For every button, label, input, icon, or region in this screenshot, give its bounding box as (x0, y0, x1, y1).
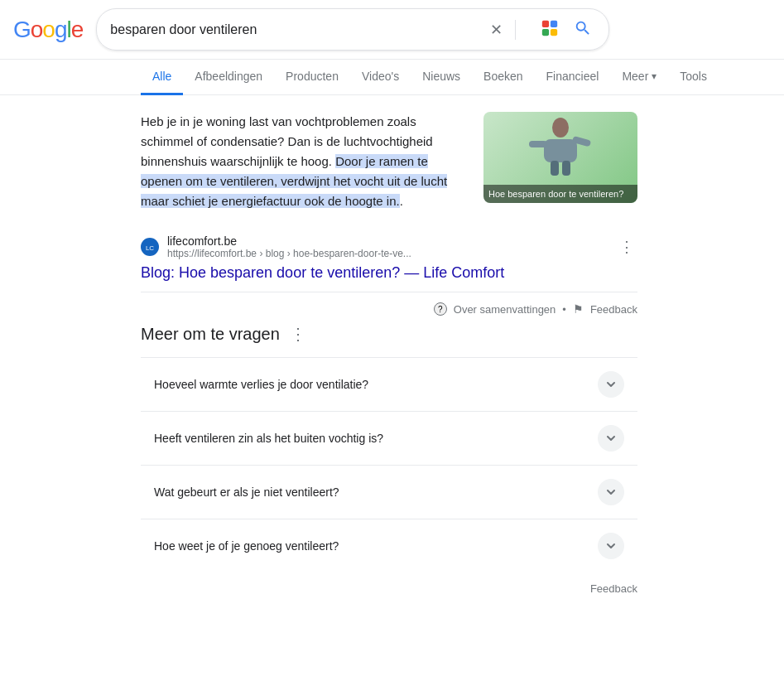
faq-question-3: Wat gebeurt er als je niet ventileert? (154, 485, 339, 499)
tab-nieuws[interactable]: Nieuws (411, 60, 472, 95)
summary-meta: ? Over samenvattingen • ⚑ Feedback (141, 292, 637, 316)
svg-rect-2 (542, 29, 549, 36)
faq-question-2: Heeft ventileren zin als het buiten voch… (154, 432, 383, 445)
svg-text:LC: LC (146, 244, 154, 252)
svg-rect-9 (562, 161, 570, 176)
summary-label: Over samenvattingen (454, 303, 556, 316)
summary-info-button[interactable]: ? (434, 302, 447, 316)
feedback-label[interactable]: Feedback (590, 303, 637, 316)
faq-title: Meer om te vragen (141, 325, 280, 344)
faq-item-2[interactable]: Heeft ventileren zin als het buiten voch… (141, 411, 637, 465)
tab-financieel[interactable]: Financieel (535, 60, 611, 95)
svg-rect-0 (542, 21, 549, 27)
tab-boeken[interactable]: Boeken (472, 60, 534, 95)
faq-expand-1[interactable] (598, 371, 624, 398)
article-link[interactable]: Blog: Hoe besparen door te ventileren? —… (141, 264, 637, 282)
header: Google besparen door ventileren ✕ (0, 0, 784, 60)
voice-search-button[interactable] (526, 22, 529, 37)
tab-alle[interactable]: Alle (141, 60, 183, 95)
source-info: LC lifecomfort.be https://lifecomfort.be… (141, 234, 637, 259)
source-text: lifecomfort.be https://lifecomfort.be › … (167, 234, 411, 259)
feedback-flag-icon: ⚑ (573, 302, 584, 316)
chevron-down-icon (604, 539, 618, 553)
faq-expand-3[interactable] (598, 479, 624, 505)
faq-item-4[interactable]: Hoe weet je of je genoeg ventileert? (141, 519, 637, 572)
search-bar: besparen door ventileren ✕ (96, 8, 609, 51)
main-content: Heb je in je woning last van vochtproble… (0, 95, 784, 621)
chevron-down-icon (604, 378, 618, 391)
chevron-down-icon (604, 432, 618, 445)
svg-rect-3 (551, 29, 557, 36)
article-summary: Heb je in je woning last van vochtproble… (141, 112, 470, 211)
faq-more-button[interactable]: ⋮ (286, 324, 310, 344)
chevron-down-icon: ▾ (652, 70, 657, 82)
search-input[interactable]: besparen door ventileren (110, 22, 479, 37)
divider (515, 20, 516, 40)
svg-rect-5 (544, 139, 577, 162)
source-name: lifecomfort.be (167, 234, 411, 248)
close-icon: ✕ (488, 22, 503, 37)
tab-meer[interactable]: Meer ▾ (610, 60, 668, 95)
google-logo: Google (13, 17, 83, 43)
faq-section: Meer om te vragen ⋮ Hoeveel warmte verli… (141, 324, 637, 605)
faq-item-1[interactable]: Hoeveel warmte verlies je door ventilati… (141, 357, 637, 411)
nav-tabs: Alle Afbeeldingen Producten Video's Nieu… (0, 60, 784, 95)
tab-afbeeldingen[interactable]: Afbeeldingen (183, 60, 274, 95)
person-illustration (483, 112, 637, 181)
svg-point-4 (552, 118, 569, 138)
bottom-feedback[interactable]: Feedback (141, 572, 637, 605)
search-button[interactable] (570, 16, 595, 43)
search-icon (574, 19, 592, 40)
svg-rect-1 (551, 21, 557, 27)
tab-videos[interactable]: Video's (350, 60, 411, 95)
faq-header: Meer om te vragen ⋮ (141, 324, 637, 344)
faq-expand-4[interactable] (598, 533, 624, 559)
tab-producten[interactable]: Producten (274, 60, 350, 95)
clear-button[interactable]: ✕ (487, 21, 505, 39)
tab-tools[interactable]: Tools (668, 60, 719, 95)
chevron-down-icon (604, 485, 618, 499)
bullet-separator: • (562, 303, 566, 316)
source-url: https://lifecomfort.be › blog › hoe-besp… (167, 248, 411, 259)
content-left: Heb je in je woning last van vochtproble… (141, 112, 637, 605)
lens-icon (541, 19, 559, 40)
svg-rect-6 (529, 141, 547, 147)
faq-item-3[interactable]: Wat gebeurt er als je niet ventileert? (141, 465, 637, 519)
svg-rect-8 (551, 161, 559, 176)
source-more-button[interactable]: ⋮ (616, 236, 637, 258)
faq-question-1: Hoeveel warmte verlies je door ventilati… (154, 378, 368, 391)
faq-expand-2[interactable] (598, 425, 624, 452)
article-image: Hoe besparen door te ventileren? (483, 112, 637, 203)
lens-search-button[interactable] (539, 17, 560, 41)
faq-question-4: Hoe weet je of je genoeg ventileert? (154, 539, 339, 553)
image-caption: Hoe besparen door te ventileren? (483, 185, 637, 203)
favicon: LC (141, 238, 159, 256)
